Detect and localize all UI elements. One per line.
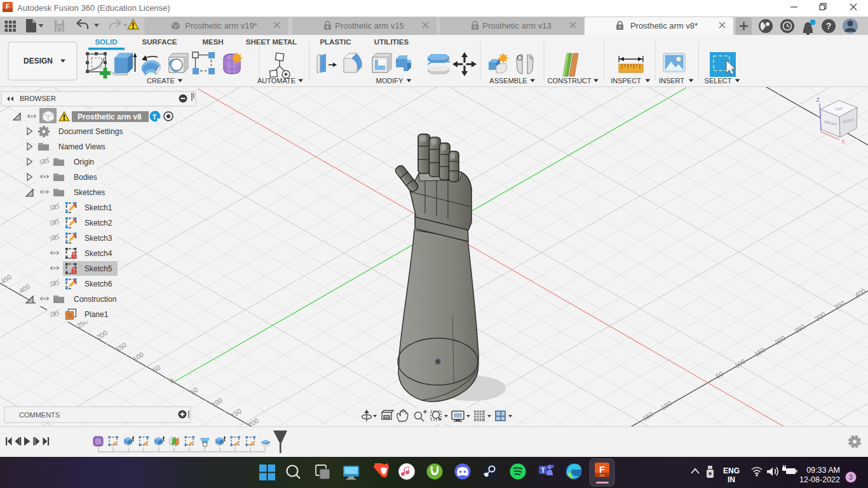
svg-text:SURFACE: SURFACE: [142, 38, 177, 46]
svg-text:Prosthetic arm v15: Prosthetic arm v15: [335, 21, 403, 30]
svg-text:Document Settings: Document Settings: [58, 127, 123, 136]
svg-text:Construction: Construction: [74, 295, 116, 304]
svg-text:DESIGN: DESIGN: [24, 57, 53, 65]
svg-text:ENG: ENG: [723, 466, 740, 475]
svg-text:Prosthetic arm v19*: Prosthetic arm v19*: [185, 21, 257, 30]
svg-text:Sketch1: Sketch1: [85, 203, 112, 212]
svg-text:F: F: [6, 3, 10, 10]
svg-text:Sketch6: Sketch6: [85, 280, 112, 288]
svg-text:MESH: MESH: [202, 38, 223, 46]
svg-text:BROWSER: BROWSER: [20, 95, 56, 102]
svg-text:12-08-2022: 12-08-2022: [799, 475, 840, 484]
svg-text:?: ?: [826, 21, 832, 31]
svg-text:3: 3: [849, 473, 853, 481]
svg-text:CREATE: CREATE: [147, 77, 175, 85]
svg-text:09:33 AM: 09:33 AM: [806, 466, 840, 475]
svg-text:360: 360: [599, 473, 605, 477]
svg-text:Plane1: Plane1: [85, 310, 109, 319]
svg-text:Sketch3: Sketch3: [85, 234, 112, 243]
svg-text:Prosthetic arm v8: Prosthetic arm v8: [78, 112, 142, 121]
svg-text:T: T: [153, 114, 156, 121]
svg-text:Sketches: Sketches: [74, 188, 105, 197]
svg-text:MODIFY: MODIFY: [376, 77, 403, 85]
svg-text:CONSTRUCT: CONSTRUCT: [547, 77, 591, 85]
svg-text:Sketch5: Sketch5: [85, 264, 112, 273]
svg-text:Sketch4: Sketch4: [85, 249, 112, 258]
svg-text:AUTOMATE: AUTOMATE: [257, 77, 295, 85]
svg-text:PLASTIC: PLASTIC: [320, 38, 351, 46]
svg-text:SOLID: SOLID: [95, 38, 117, 46]
svg-text:UTILITIES: UTILITIES: [374, 38, 409, 46]
svg-text:SELECT: SELECT: [705, 77, 732, 85]
svg-text:Bodies: Bodies: [74, 173, 97, 182]
svg-text:T: T: [541, 467, 545, 474]
svg-text:SHEET METAL: SHEET METAL: [246, 38, 297, 46]
svg-text:Named Views: Named Views: [58, 142, 105, 151]
svg-text:Prosthetic arm v8*: Prosthetic arm v8*: [630, 21, 698, 30]
svg-text:Autodesk Fusion 360 (Education: Autodesk Fusion 360 (Education License): [17, 3, 170, 13]
svg-text:Prosthetic arm v13: Prosthetic arm v13: [482, 21, 551, 30]
svg-text:IN: IN: [728, 475, 735, 484]
svg-text:ASSEMBLE: ASSEMBLE: [489, 77, 527, 85]
svg-text:INSERT: INSERT: [659, 77, 684, 85]
svg-text:Sketch2: Sketch2: [85, 219, 112, 227]
svg-text:INSPECT: INSPECT: [611, 77, 641, 85]
svg-text:Origin: Origin: [74, 158, 94, 166]
